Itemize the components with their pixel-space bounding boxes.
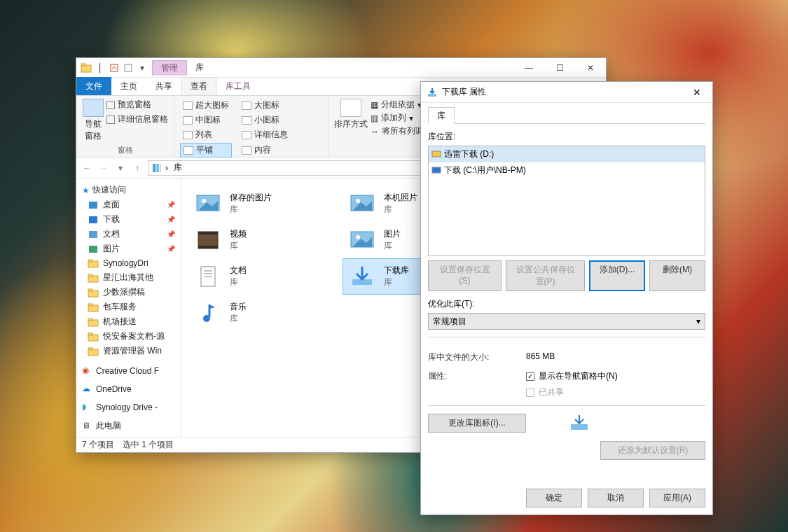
tab-home[interactable]: 主页 <box>111 77 146 95</box>
layout-option[interactable]: 超大图标 <box>180 99 232 112</box>
tile-subtitle: 库 <box>230 240 247 252</box>
nav-item[interactable]: 资源管理器 Win <box>76 344 181 358</box>
layout-option[interactable]: 中图标 <box>180 113 232 127</box>
location-row[interactable]: 下载 (C:\用户\NB-PM) <box>429 162 705 178</box>
qat-sep: │ <box>95 62 106 74</box>
tab-file[interactable]: 文件 <box>76 77 111 95</box>
titlebar[interactable]: │ ▾ 管理 库 — ☐ ✕ <box>76 58 606 78</box>
minimize-button[interactable]: — <box>513 58 544 78</box>
forward-button[interactable]: → <box>97 162 110 174</box>
library-tile-icon <box>193 262 223 290</box>
nav-pane-button[interactable]: 导航窗格 <box>82 99 104 142</box>
layout-option[interactable]: 详细信息 <box>239 128 291 141</box>
cancel-button[interactable]: 取消 <box>588 489 644 507</box>
close-button[interactable]: ✕ <box>575 58 606 78</box>
locations-listbox[interactable]: 迅雷下载 (D:)下载 (C:\用户\NB-PM) <box>428 146 705 256</box>
folder-icon <box>88 346 99 357</box>
separator <box>428 337 705 337</box>
nav-onedrive[interactable]: ☁OneDrive <box>76 382 181 396</box>
breadcrumb-segment[interactable]: 库 <box>171 162 185 174</box>
library-large-icon <box>568 413 590 433</box>
group-pane-label: 窗格 <box>82 144 168 155</box>
preview-pane-toggle[interactable]: 预览窗格 <box>106 99 168 111</box>
library-tile[interactable]: 保存的图片库 <box>188 186 343 222</box>
recent-dropdown[interactable]: ▾ <box>114 162 127 174</box>
qat-dropdown-icon[interactable]: ▾ <box>137 62 148 74</box>
nav-synology[interactable]: ◗Synology Drive - <box>76 400 181 414</box>
nav-item[interactable]: 桌面📌 <box>76 197 181 212</box>
tab-share[interactable]: 共享 <box>146 77 181 95</box>
details-pane-toggle[interactable]: 详细信息窗格 <box>106 113 168 125</box>
layout-grid: 超大图标大图标中图标小图标列表详细信息平铺内容 <box>180 99 291 158</box>
nav-pane: ★快速访问 桌面📌下载📌文档📌图片📌SynologyDri星汇出海其他少数派撰稿… <box>76 178 181 437</box>
nav-quick-access[interactable]: ★快速访问 <box>76 183 181 197</box>
tile-name: 音乐 <box>230 301 247 313</box>
layout-option[interactable]: 列表 <box>180 128 232 141</box>
layout-icon <box>242 131 251 139</box>
nav-item[interactable]: 少数派撰稿 <box>76 285 181 300</box>
folder-icon <box>88 214 99 225</box>
apply-button[interactable]: 应用(A) <box>649 489 705 507</box>
back-button[interactable]: ← <box>81 162 93 174</box>
library-tile[interactable]: 文档库 <box>188 258 343 295</box>
nav-item[interactable]: 下载📌 <box>76 212 181 227</box>
layout-option[interactable]: 内容 <box>239 143 291 158</box>
up-button[interactable]: ↑ <box>131 162 144 174</box>
library-tile-icon <box>193 190 223 218</box>
layout-option[interactable]: 大图标 <box>239 99 291 112</box>
show-in-nav-checkbox[interactable]: ✓显示在导航窗格中(N) <box>526 370 618 382</box>
svg-rect-43 <box>571 424 588 430</box>
layout-option[interactable]: 平铺 <box>180 143 232 158</box>
library-tile[interactable]: 音乐库 <box>188 295 343 331</box>
nav-item[interactable]: 星汇出海其他 <box>76 270 181 285</box>
nav-item[interactable]: 机场接送 <box>76 314 181 329</box>
svg-rect-12 <box>88 260 92 262</box>
library-tile[interactable]: 视频库 <box>188 222 343 258</box>
explorer-icon <box>81 62 92 74</box>
nav-this-pc[interactable]: 🖥此电脑 <box>76 419 181 433</box>
checkbox-icon <box>526 388 534 397</box>
dialog-titlebar[interactable]: 下载库 属性 ✕ <box>421 82 712 103</box>
folder-icon <box>88 287 99 298</box>
size-all-columns-button[interactable]: ↔将所有列调 <box>371 125 424 137</box>
remove-location-button[interactable]: 删除(M) <box>649 260 705 291</box>
maximize-button[interactable]: ☐ <box>544 58 575 78</box>
pc-icon: 🖥 <box>82 421 93 432</box>
set-save-location-button[interactable]: 设置保存位置(S) <box>428 260 502 291</box>
ok-button[interactable]: 确定 <box>526 489 582 507</box>
folder-icon <box>88 258 99 269</box>
svg-rect-9 <box>89 231 97 238</box>
location-row[interactable]: 迅雷下载 (D:) <box>429 146 705 162</box>
sort-button[interactable]: 排序方式 <box>334 99 368 130</box>
nav-creative-cloud[interactable]: ◉Creative Cloud F <box>76 364 181 378</box>
checkbox-icon <box>106 115 115 124</box>
qat-new-folder-icon[interactable] <box>123 62 134 74</box>
status-count: 7 个项目 <box>82 439 114 451</box>
svg-point-26 <box>202 199 206 203</box>
group-by-button[interactable]: ▦分组依据 ▾ <box>371 99 424 111</box>
optimize-select[interactable]: 常规项目 ▾ <box>428 313 705 330</box>
restore-defaults-button[interactable]: 还原为默认设置(R) <box>600 441 705 460</box>
set-public-save-button[interactable]: 设置公共保存位置(P) <box>506 260 585 291</box>
nav-item[interactable]: 悦安备案文档-源 <box>76 329 181 344</box>
creative-cloud-icon: ◉ <box>82 365 93 377</box>
tile-name: 文档 <box>230 265 247 276</box>
change-icon-button[interactable]: 更改库图标(I)... <box>428 414 526 433</box>
nav-item[interactable]: 文档📌 <box>76 227 181 241</box>
nav-item[interactable]: SynologyDri <box>76 256 181 270</box>
svg-rect-10 <box>89 246 97 253</box>
dialog-close-button[interactable]: ✕ <box>687 87 707 98</box>
tab-library-tools[interactable]: 库工具 <box>216 77 260 95</box>
shared-checkbox[interactable]: 已共享 <box>526 386 618 398</box>
add-columns-button[interactable]: ▥添加列 ▾ <box>371 112 424 124</box>
tab-view[interactable]: 查看 <box>181 77 216 95</box>
nav-item[interactable]: 图片📌 <box>76 241 181 256</box>
onedrive-icon: ☁ <box>82 384 93 395</box>
layout-option[interactable]: 小图标 <box>239 113 291 127</box>
tab-library[interactable]: 库 <box>428 107 455 124</box>
qat-properties-icon[interactable] <box>109 62 120 74</box>
nav-item[interactable]: 包车服务 <box>76 300 181 314</box>
add-location-button[interactable]: 添加(D)... <box>589 260 645 291</box>
svg-point-33 <box>356 235 360 239</box>
synology-icon: ◗ <box>82 402 93 413</box>
